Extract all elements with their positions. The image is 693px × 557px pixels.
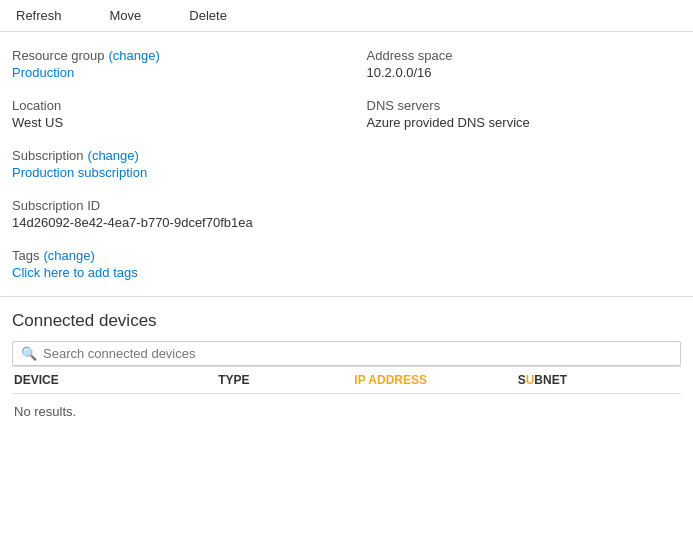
location-block: Location West US (12, 98, 327, 130)
subnet-bnet-suffix: BNET (534, 373, 567, 387)
address-space-value: 10.2.0.0/16 (367, 65, 682, 80)
dns-servers-value: Azure provided DNS service (367, 115, 682, 130)
move-button[interactable]: Move (106, 6, 146, 25)
dns-servers-block: DNS servers Azure provided DNS service (367, 98, 682, 130)
subnet-su-prefix: S (518, 373, 526, 387)
no-results-message: No results. (12, 394, 681, 429)
column-ip-address: IP ADDRESS (354, 373, 517, 387)
refresh-button[interactable]: Refresh (12, 6, 66, 25)
search-box[interactable]: 🔍 (12, 341, 681, 366)
tags-block: Tags (change) Click here to add tags (12, 248, 327, 280)
subscription-id-block: Subscription ID 14d26092-8e42-4ea7-b770-… (12, 198, 327, 230)
dns-servers-label: DNS servers (367, 98, 682, 113)
subscription-block: Subscription (change) Production subscri… (12, 148, 327, 180)
right-column: Address space 10.2.0.0/16 DNS servers Az… (347, 48, 682, 280)
subscription-change[interactable]: (change) (88, 148, 139, 163)
subscription-id-label: Subscription ID (12, 198, 327, 213)
subscription-id-value: 14d26092-8e42-4ea7-b770-9dcef70fb1ea (12, 215, 327, 230)
tags-value[interactable]: Click here to add tags (12, 265, 327, 280)
main-content: Resource group (change) Production Locat… (0, 32, 693, 292)
tags-label: Tags (12, 248, 39, 263)
location-value: West US (12, 115, 327, 130)
resource-group-label: Resource group (12, 48, 105, 63)
table-header: DEVICE TYPE IP ADDRESS SUBNET (12, 366, 681, 394)
toolbar: Refresh Move Delete (0, 0, 693, 32)
column-subnet: SUBNET (518, 373, 681, 387)
search-input[interactable] (43, 346, 672, 361)
left-column: Resource group (change) Production Locat… (12, 48, 347, 280)
column-type: TYPE (218, 373, 354, 387)
resource-group-block: Resource group (change) Production (12, 48, 327, 80)
connected-devices-title: Connected devices (12, 311, 681, 331)
subscription-label: Subscription (12, 148, 84, 163)
address-space-block: Address space 10.2.0.0/16 (367, 48, 682, 80)
connected-devices-section: Connected devices 🔍 DEVICE TYPE IP ADDRE… (0, 297, 693, 429)
resource-group-change[interactable]: (change) (109, 48, 160, 63)
subscription-value[interactable]: Production subscription (12, 165, 327, 180)
location-label: Location (12, 98, 327, 113)
search-icon: 🔍 (21, 346, 37, 361)
delete-button[interactable]: Delete (185, 6, 231, 25)
tags-change[interactable]: (change) (43, 248, 94, 263)
column-device: DEVICE (12, 373, 218, 387)
resource-group-value[interactable]: Production (12, 65, 327, 80)
address-space-label: Address space (367, 48, 682, 63)
